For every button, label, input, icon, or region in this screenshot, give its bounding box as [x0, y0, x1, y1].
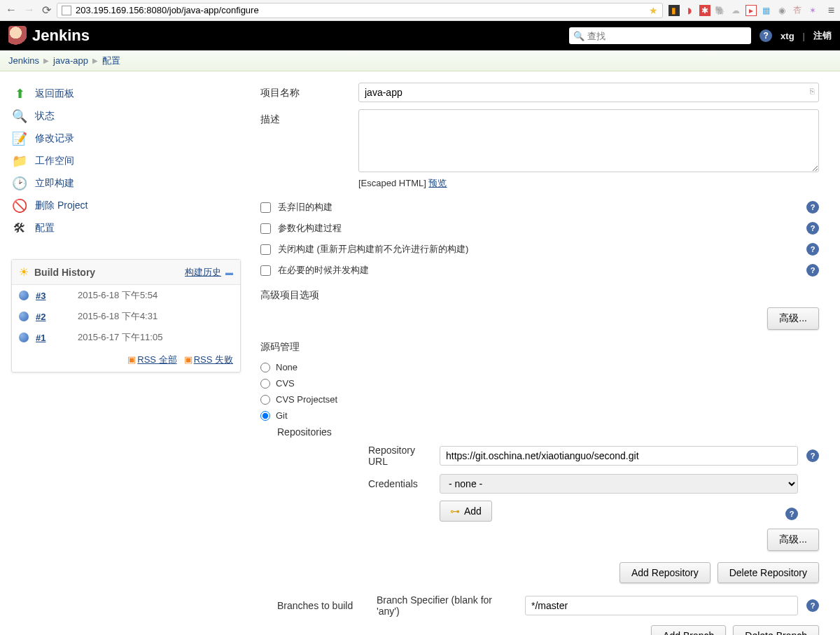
build-number[interactable]: #1	[36, 333, 71, 343]
tools-icon: 🛠	[11, 220, 28, 237]
rss-all-link[interactable]: RSS 全部	[137, 354, 176, 365]
clock-play-icon: 🕑	[11, 175, 28, 192]
forward-icon[interactable]: →	[24, 4, 35, 17]
delete-branch-button[interactable]: Delete Branch	[733, 625, 819, 635]
search-icon: 🔍	[573, 31, 584, 41]
preview-link[interactable]: 预览	[428, 178, 447, 188]
build-row[interactable]: #1 2015-6-17 下午11:05	[12, 327, 240, 348]
advanced-button-git[interactable]: 高级...	[767, 529, 819, 551]
ext-icon-4[interactable]: 🐘	[715, 5, 726, 16]
branch-specifier-input[interactable]	[525, 596, 798, 615]
build-trend-link[interactable]: 构建历史	[185, 266, 221, 279]
bookmark-star-icon[interactable]: ★	[649, 5, 658, 16]
build-number[interactable]: #2	[36, 312, 71, 322]
chk-concurrent-label: 在必要的时候并发构建	[278, 264, 369, 277]
nav-changes[interactable]: 📝修改记录	[11, 127, 241, 150]
advanced-button-1[interactable]: 高级...	[767, 307, 819, 330]
build-history-footer: ▣RSS 全部 ▣RSS 失败	[12, 348, 240, 372]
scm-cvsps-radio[interactable]	[260, 395, 270, 405]
scm-git-radio[interactable]	[260, 411, 270, 421]
search-input[interactable]	[587, 31, 747, 41]
url-input[interactable]	[76, 5, 649, 15]
user-link[interactable]: xtg	[780, 31, 794, 41]
scm-cvsps-row: CVS Projectset	[260, 391, 819, 407]
nav-build[interactable]: 🕑立即构建	[11, 172, 241, 195]
build-date: 2015-6-17 下午11:05	[78, 331, 162, 344]
credentials-select[interactable]: - none -	[440, 474, 798, 494]
logout-link[interactable]: 注销	[813, 29, 832, 42]
chevron-right-icon: ▶	[92, 57, 98, 64]
jenkins-header: Jenkins 🔍 ? xtg | 注销	[0, 21, 840, 50]
build-number[interactable]: #3	[36, 291, 71, 301]
credentials-label: Credentials	[277, 478, 431, 489]
ext-icon-6[interactable]: ▸	[746, 5, 757, 16]
description-textarea[interactable]	[358, 109, 819, 172]
build-status-ball-icon	[19, 291, 29, 300]
chk-discard[interactable]	[260, 202, 271, 213]
build-row[interactable]: #3 2015-6-18 下午5:54	[12, 285, 240, 306]
project-name-input[interactable]	[358, 83, 819, 102]
nav-workspace[interactable]: 📁工作空间	[11, 150, 241, 172]
ext-icon-7[interactable]: ▦	[761, 5, 772, 16]
crumb-jenkins[interactable]: Jenkins	[8, 55, 39, 66]
crumb-job[interactable]: java-app	[53, 55, 88, 66]
ext-icon-9[interactable]: 杏	[792, 5, 803, 16]
jenkins-brand: Jenkins	[32, 27, 90, 45]
ext-icon-3[interactable]: ✱	[699, 5, 710, 16]
repo-url-label: Repository URL	[277, 445, 431, 467]
nav-back[interactable]: ⬆返回面板	[11, 83, 241, 105]
scm-cvs-radio[interactable]	[260, 379, 270, 389]
search-box[interactable]: 🔍	[569, 27, 751, 44]
help-icon[interactable]: ?	[806, 222, 819, 235]
help-icon[interactable]: ?	[806, 243, 819, 256]
build-row[interactable]: #2 2015-6-18 下午4:31	[12, 306, 240, 327]
add-credentials-button[interactable]: ⊶Add	[440, 501, 492, 522]
ext-icon-5[interactable]: ☁	[730, 5, 741, 16]
branch-specifier-label: Branch Specifier (blank for 'any')	[377, 594, 517, 617]
add-repository-button[interactable]: Add Repository	[620, 562, 710, 583]
chk-close[interactable]	[260, 244, 271, 255]
help-icon[interactable]: ?	[760, 29, 772, 42]
rss-icon: ▣	[184, 354, 192, 365]
ext-icon-1[interactable]: ▮	[668, 5, 680, 16]
help-icon[interactable]: ?	[806, 599, 819, 612]
chk-param-label: 参数化构建过程	[278, 222, 342, 235]
help-icon[interactable]: ?	[806, 201, 819, 214]
nav-config[interactable]: 🛠配置	[11, 217, 241, 239]
scm-git-row: Git	[260, 407, 819, 424]
back-icon[interactable]: ←	[6, 4, 17, 17]
reload-icon[interactable]: ⟳	[42, 4, 51, 17]
help-icon[interactable]: ?	[806, 449, 819, 462]
chk-discard-row: 丢弃旧的构建 ?	[260, 197, 819, 218]
label-project-name: 项目名称	[260, 83, 358, 102]
nav-delete[interactable]: 🚫删除 Project	[11, 195, 241, 217]
rss-fail-link[interactable]: RSS 失败	[194, 354, 233, 365]
crumb-configure: 配置	[102, 55, 120, 67]
jenkins-logo[interactable]: Jenkins	[8, 26, 90, 46]
nav-status[interactable]: 🔍状态	[11, 105, 241, 127]
sun-icon: ☀	[19, 265, 29, 279]
address-bar[interactable]: ★	[57, 3, 663, 18]
extension-icons: ▮ ◗ ✱ 🐘 ☁ ▸ ▦ ◉ 杏 ✶	[668, 5, 818, 16]
section-scm: 源码管理	[260, 341, 819, 354]
delete-repository-button[interactable]: Delete Repository	[718, 562, 819, 583]
browser-chrome: ← → ⟳ ★ ▮ ◗ ✱ 🐘 ☁ ▸ ▦ ◉ 杏 ✶ ≡	[0, 0, 840, 21]
repo-url-input[interactable]	[440, 446, 798, 466]
chk-param[interactable]	[260, 223, 271, 234]
scm-cvs-label: CVS	[276, 378, 295, 389]
rss-icon: ▣	[127, 354, 136, 365]
scm-none-radio[interactable]	[260, 363, 270, 372]
chk-close-row: 关闭构建 (重新开启构建前不允许进行新的构建) ?	[260, 239, 819, 260]
hamburger-icon[interactable]: ≡	[828, 4, 834, 17]
chk-concurrent[interactable]	[260, 265, 271, 276]
ext-icon-2[interactable]: ◗	[684, 5, 695, 16]
add-branch-button[interactable]: Add Branch	[651, 625, 726, 635]
collapse-icon[interactable]: ▬	[225, 268, 233, 277]
help-icon[interactable]: ?	[785, 508, 798, 520]
magnifier-icon: 🔍	[11, 108, 28, 125]
help-icon[interactable]: ?	[806, 264, 819, 277]
ext-icon-8[interactable]: ◉	[776, 5, 788, 16]
up-arrow-icon: ⬆	[11, 85, 28, 102]
ext-icon-10[interactable]: ✶	[807, 5, 818, 16]
no-entry-icon: 🚫	[11, 197, 28, 214]
